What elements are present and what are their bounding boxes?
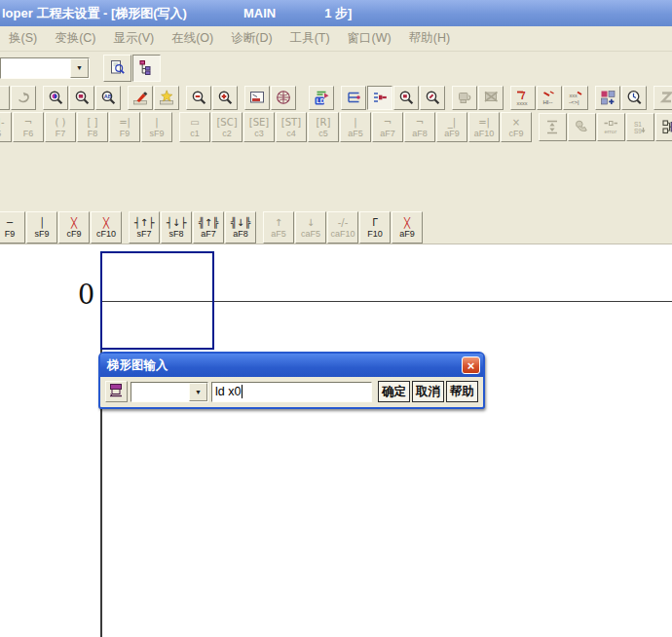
- comment-display-button[interactable]: [244, 86, 270, 110]
- ladder-symbol: _|: [448, 117, 456, 129]
- device-test-icon: 7xxxx: [515, 90, 532, 106]
- zoom-in-button[interactable]: [212, 86, 238, 110]
- instruction-input[interactable]: ld x0: [211, 382, 372, 402]
- pulse-open-branch-button[interactable]: ╣↑╠aF7: [193, 211, 224, 244]
- open-contact-button: -| |-F5: [0, 112, 12, 142]
- find-contact-coil-button[interactable]: [69, 86, 94, 110]
- chevron-down-icon[interactable]: ▼: [189, 383, 207, 401]
- device-skip-icon: xxx-<>|: [568, 90, 584, 106]
- find-instruction-button[interactable]: AB: [95, 86, 121, 110]
- mag-plug-icon: [398, 90, 415, 106]
- project-data-list-button[interactable]: [132, 55, 161, 82]
- dialog-body: ▼ ld x0 确定 取消 帮助: [100, 377, 483, 407]
- delete-vline-button[interactable]: ╳cF10: [91, 211, 122, 244]
- instruction-history-value: [131, 383, 189, 401]
- blocks-plus-icon: [600, 90, 616, 106]
- window-title-program: MAIN: [243, 6, 276, 20]
- ladder-symbol: [SE]: [249, 117, 269, 129]
- write-mode-button[interactable]: [128, 86, 153, 110]
- function-key-label: aF7: [201, 229, 216, 239]
- find-device-button[interactable]: [43, 86, 68, 110]
- toolbar-dock-empty: [0, 143, 672, 210]
- ok-button[interactable]: 确定: [378, 381, 410, 402]
- function-key-label: aF9: [399, 229, 415, 239]
- ladder-symbol: ╳: [103, 217, 109, 229]
- function-key-label: F7: [56, 129, 66, 138]
- menu-convert[interactable]: 变换(C): [46, 30, 104, 47]
- block-select-button[interactable]: [655, 113, 672, 141]
- close-icon: ×: [467, 358, 475, 373]
- project-display-button[interactable]: [271, 86, 296, 110]
- instruction-history-combo[interactable]: ▼: [131, 382, 208, 402]
- svg-text:xxxx: xxxx: [516, 99, 527, 105]
- chevron-down-icon[interactable]: ▼: [70, 58, 89, 78]
- menu-online[interactable]: 在线(O): [163, 30, 222, 47]
- hline-button: =|F9: [109, 112, 140, 142]
- device-skip-button[interactable]: xxx-<>|: [563, 86, 588, 110]
- undo-icon: [16, 90, 32, 106]
- svg-text:S1: S1: [634, 121, 642, 128]
- online-change-button: [568, 113, 596, 141]
- menu-view[interactable]: 显示(V): [105, 30, 164, 47]
- updown-icon: [544, 119, 561, 135]
- menu-window[interactable]: 窗口(W): [339, 30, 400, 47]
- program-select-combo[interactable]: ▼: [0, 57, 90, 79]
- program-parts-button[interactable]: [595, 86, 620, 110]
- program-check-button[interactable]: [103, 55, 131, 82]
- rung-plug-icon: [372, 90, 389, 106]
- pulse-open-button[interactable]: ┤↑├sF7: [129, 211, 160, 244]
- pulse-close-button[interactable]: ┤↓├sF8: [161, 211, 192, 244]
- function-key-label: F9: [5, 229, 16, 239]
- function-key-label: caF5: [301, 229, 320, 239]
- box-button: ▭c1: [179, 112, 210, 142]
- read-mode-button[interactable]: [341, 86, 366, 110]
- ladder-symbol: ▭: [190, 117, 199, 129]
- zoom-out-button[interactable]: [186, 86, 211, 110]
- close-button[interactable]: ×: [462, 356, 480, 374]
- mag-minus-icon: [191, 90, 207, 106]
- write-rung-button[interactable]: [367, 86, 392, 110]
- ladder-symbol: |: [354, 117, 356, 129]
- monitor-rung-button[interactable]: [393, 86, 419, 110]
- fall-button: ↓caF5: [295, 211, 326, 244]
- ladder-edit-area[interactable]: 0 梯形图输入 × ▼ ld x0: [0, 244, 672, 637]
- menu-tools[interactable]: 工具(T): [281, 30, 339, 47]
- function-key-label: aF5: [271, 229, 286, 239]
- device-batch-button[interactable]: HI--: [537, 86, 562, 110]
- ladder-symbol: -| |-: [0, 117, 5, 129]
- function-key-label: aF5: [348, 129, 363, 138]
- z-grey-icon: [658, 90, 672, 106]
- dialog-title-bar[interactable]: 梯形图输入 ×: [100, 354, 483, 377]
- help-button[interactable]: 帮助: [446, 381, 478, 402]
- menu-diagnostics[interactable]: 诊断(D): [222, 30, 280, 47]
- instruction-icon-button[interactable]: [105, 381, 128, 402]
- toolbar-function-keys: -| |-F5¬F6( )F7[ ]F8=|F9|sF9▭c1[SC]c2[SE…: [0, 111, 672, 143]
- ladder-symbol: ╳: [404, 217, 410, 229]
- vline2-button: |aF5: [340, 112, 371, 142]
- device-test-button[interactable]: 7xxxx: [510, 86, 536, 110]
- pulse-close-branch-button[interactable]: ╣↓╠aF8: [225, 211, 256, 244]
- monitor-stop-button: [478, 86, 504, 110]
- function-key-label: sF9: [34, 229, 49, 239]
- ladder-logic-test-button[interactable]: LD: [309, 86, 334, 110]
- draw-hline-button[interactable]: ─F9: [0, 211, 25, 244]
- trace-time-button[interactable]: [621, 86, 647, 110]
- dialog-title: 梯形图输入: [107, 357, 168, 374]
- ladder-symbol: [R]: [317, 117, 331, 129]
- menu-find-replace[interactable]: 换(S): [0, 30, 46, 47]
- menu-help[interactable]: 帮助(H): [400, 30, 459, 47]
- monitor-mode-button[interactable]: [154, 86, 179, 110]
- edit-line-button[interactable]: ΓF10: [359, 211, 391, 244]
- gx-developer-window: loper 工程未设置 - [梯形图(写入) MAIN 1 步] 换(S)变换(…: [0, 0, 672, 637]
- delete-hline-button[interactable]: ╳cF9: [58, 211, 90, 244]
- window-title: loper 工程未设置 - [梯形图(写入): [2, 5, 187, 22]
- ladder-symbol: ¬: [416, 117, 424, 129]
- draw-vline-button[interactable]: │sF9: [26, 211, 57, 244]
- rung-lines-icon: [346, 90, 362, 106]
- delete-element-button: ×cF9: [501, 112, 532, 142]
- monitor-write-rung-button[interactable]: [420, 86, 445, 110]
- function-key-label: sF8: [168, 229, 183, 239]
- delete-line-button[interactable]: ╳aF9: [392, 211, 423, 244]
- step-run-button: S1S9: [626, 113, 654, 141]
- cancel-button[interactable]: 取消: [412, 381, 444, 402]
